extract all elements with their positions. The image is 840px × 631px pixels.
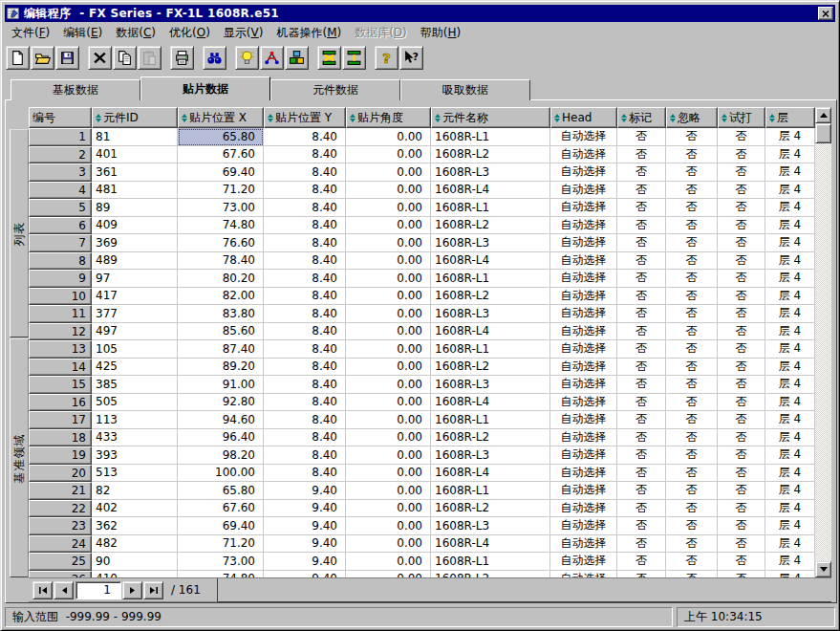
cell-layer[interactable]: 层 4 [765,553,815,571]
cell-mark[interactable]: 否 [617,359,666,377]
cell-layer[interactable]: 层 4 [765,394,815,412]
swap-horizontal-button[interactable] [317,46,341,70]
cell-trial[interactable]: 否 [718,323,765,341]
cell-x[interactable]: 85.60 [178,323,264,341]
cell-head[interactable]: 自动选择 [550,270,617,288]
first-page-button[interactable] [32,581,53,599]
cell-mark[interactable]: 否 [617,182,666,200]
cell-x[interactable]: 67.60 [178,500,264,518]
cell-x[interactable]: 100.00 [178,465,264,483]
cell-skip[interactable]: 否 [666,217,718,235]
cell-angle[interactable]: 0.00 [346,482,431,500]
cell-layer[interactable]: 层 4 [765,517,815,535]
cell-x[interactable]: 89.20 [178,359,264,377]
save-button[interactable] [55,46,79,70]
cell-x[interactable]: 92.80 [178,394,264,412]
cell-name[interactable]: 1608R-L1 [431,553,550,571]
cell-name[interactable]: 1608R-L1 [431,270,550,288]
cell-id[interactable]: 113 [92,411,178,429]
cell-id[interactable]: 425 [92,359,178,377]
row-number-cell[interactable]: 14 [29,359,92,377]
cell-mark[interactable]: 否 [617,217,666,235]
cell-head[interactable]: 自动选择 [550,252,617,271]
cell-layer[interactable]: 层 4 [765,411,815,429]
cell-name[interactable]: 1608R-L3 [431,376,550,394]
node-graph-button[interactable] [260,46,284,70]
cell-name[interactable]: 1608R-L2 [431,359,550,377]
cell-head[interactable]: 自动选择 [550,146,617,164]
cell-angle[interactable]: 0.00 [346,429,431,447]
cell-layer[interactable]: 层 4 [765,465,815,483]
swap-vertical-button[interactable] [342,46,366,70]
row-number-cell[interactable]: 9 [29,270,92,288]
cell-skip[interactable]: 否 [666,517,718,535]
cell-layer[interactable]: 层 4 [765,500,815,518]
cell-skip[interactable]: 否 [666,411,718,429]
cell-trial[interactable]: 否 [718,553,765,571]
cell-layer[interactable]: 层 4 [765,252,815,271]
cell-skip[interactable]: 否 [666,340,718,359]
row-number-cell[interactable]: 5 [29,199,92,217]
row-number-cell[interactable]: 26 [29,571,92,578]
cell-id[interactable]: 417 [92,288,178,306]
cell-layer[interactable]: 层 4 [765,376,815,394]
cell-angle[interactable]: 0.00 [346,465,431,483]
cell-y[interactable]: 8.40 [264,252,346,271]
cell-y[interactable]: 8.40 [264,359,346,377]
cell-trial[interactable]: 否 [718,199,765,217]
cell-head[interactable]: 自动选择 [550,429,617,447]
cell-mark[interactable]: 否 [617,163,666,182]
row-number-cell[interactable]: 2 [29,146,92,164]
cell-angle[interactable]: 0.00 [346,252,431,271]
column-header-id[interactable]: 元件ID [92,107,178,128]
cell-x[interactable]: 83.80 [178,305,264,323]
cell-name[interactable]: 1608R-L4 [431,465,550,483]
cell-trial[interactable]: 否 [718,305,765,323]
cell-mark[interactable]: 否 [617,571,666,578]
cell-angle[interactable]: 0.00 [346,571,431,578]
cell-id[interactable]: 409 [92,217,178,235]
cell-y[interactable]: 8.40 [264,182,346,200]
cell-y[interactable]: 8.40 [264,340,346,359]
column-header-name[interactable]: 元件名称 [431,107,550,128]
cell-head[interactable]: 自动选择 [550,571,617,578]
cell-skip[interactable]: 否 [666,394,718,412]
row-number-cell[interactable]: 19 [29,446,92,465]
cell-y[interactable]: 9.40 [264,482,346,500]
cell-mark[interactable]: 否 [617,234,666,252]
cell-skip[interactable]: 否 [666,500,718,518]
cell-skip[interactable]: 否 [666,465,718,483]
cell-x[interactable]: 96.40 [178,429,264,447]
cell-id[interactable]: 489 [92,252,178,271]
menu-item-optimize[interactable]: 优化(O) [162,23,217,43]
cell-mark[interactable]: 否 [617,553,666,571]
cell-trial[interactable]: 否 [718,146,765,164]
paste-button[interactable] [138,46,162,70]
cell-skip[interactable]: 否 [666,482,718,500]
scrollbar-thumb[interactable] [815,123,831,143]
cell-angle[interactable]: 0.00 [346,270,431,288]
cell-id[interactable]: 497 [92,323,178,341]
cell-head[interactable]: 自动选择 [550,163,617,182]
cell-name[interactable]: 1608R-L3 [431,446,550,465]
cell-name[interactable]: 1608R-L1 [431,199,550,217]
cell-trial[interactable]: 否 [718,359,765,377]
menu-item-edit[interactable]: 编辑(E) [56,23,109,43]
row-number-cell[interactable]: 11 [29,305,92,323]
cell-skip[interactable]: 否 [666,252,718,271]
scroll-down-button[interactable] [815,561,831,577]
cell-trial[interactable]: 否 [718,571,765,578]
cell-trial[interactable]: 否 [718,163,765,182]
cell-x[interactable]: 69.40 [178,163,264,182]
row-number-cell[interactable]: 16 [29,394,92,412]
cell-y[interactable]: 8.40 [264,305,346,323]
cell-layer[interactable]: 层 4 [765,535,815,554]
cell-y[interactable]: 9.40 [264,517,346,535]
cell-mark[interactable]: 否 [617,376,666,394]
cell-name[interactable]: 1608R-L4 [431,182,550,200]
cell-name[interactable]: 1608R-L3 [431,163,550,182]
cell-head[interactable]: 自动选择 [550,465,617,483]
cell-x[interactable]: 94.60 [178,411,264,429]
next-page-button[interactable] [122,581,142,599]
cell-skip[interactable]: 否 [666,128,718,146]
